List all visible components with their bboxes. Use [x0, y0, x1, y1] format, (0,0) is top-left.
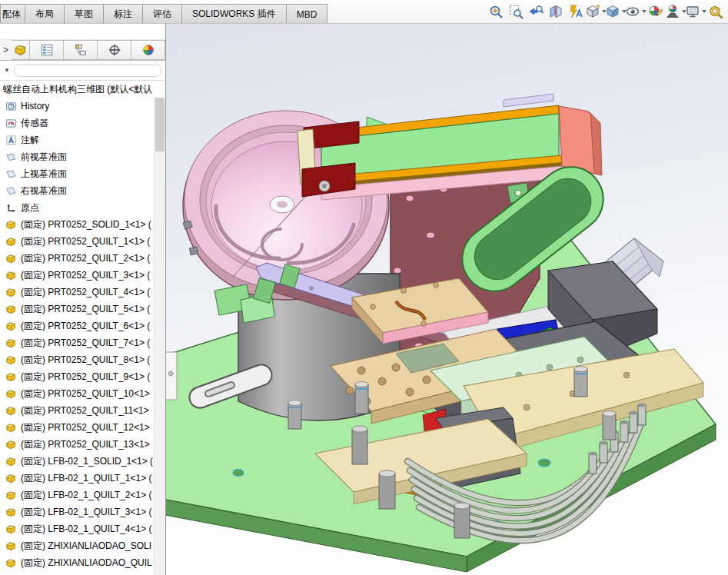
tree-item-label: (固定) LFB-02_1_QUILT_3<1> (: [21, 506, 152, 519]
tree-item-icon: [5, 202, 17, 214]
tree-item[interactable]: (固定) PRT0252_QUILT_7<1> (: [0, 334, 155, 351]
tree-item[interactable]: History: [0, 98, 155, 115]
tree-item[interactable]: (固定) LFB-02_1_QUILT_4<1> (: [0, 520, 155, 537]
tree-item-icon: [5, 354, 17, 366]
tree-item[interactable]: (固定) PRT0252_QUILT_5<1> (: [0, 301, 155, 317]
view-toolbar-button[interactable]: [667, 2, 685, 22]
tree-item-icon: [5, 422, 17, 434]
tree-item-label: (固定) LFB-02_1_QUILT_2<1> (: [21, 489, 152, 502]
tree-item-label: (固定) PRT0252_QUILT_7<1> (: [21, 337, 150, 350]
viewport[interactable]: [165, 23, 728, 575]
view-toolbar-button[interactable]: [507, 2, 525, 22]
tree-item[interactable]: (固定) PRT0252_QUILT_2<1> (: [0, 250, 155, 267]
view-toolbar-button[interactable]: [487, 2, 505, 22]
panel-tabs-overflow[interactable]: >: [0, 40, 12, 60]
ribbon-tab[interactable]: 布局: [25, 4, 65, 23]
panel-tabs: >: [0, 40, 165, 61]
tree-item-icon: [5, 253, 17, 264]
ribbon: 配体 布局 草图 标注 评估 SOLIDWORKS 插件 MBD: [0, 0, 728, 24]
panel-tab[interactable]: [64, 40, 98, 60]
tree-item[interactable]: (固定) PRT0252_QUILT_9<1> (: [0, 368, 155, 385]
filter-box[interactable]: [14, 64, 161, 77]
panel-tab[interactable]: [12, 40, 30, 60]
tree-item-icon: [5, 118, 17, 129]
tree-item[interactable]: (固定) PRT0252_QUILT_8<1> (: [0, 351, 155, 368]
ribbon-tab[interactable]: MBD: [286, 4, 328, 23]
tree-item[interactable]: (固定) PRT0252_QUILT_3<1> (: [0, 267, 155, 284]
edge-bracket[interactable]: [165, 352, 177, 400]
tree-item[interactable]: 注解: [0, 131, 155, 148]
view-toolbar-button[interactable]: [567, 2, 585, 22]
tree-item-icon: [5, 287, 17, 298]
panel-tab[interactable]: [98, 40, 131, 60]
tree-item[interactable]: (固定) PRT0252_QUILT_11<1>: [0, 402, 155, 419]
view-toolbar-button[interactable]: [607, 2, 625, 22]
tree-item[interactable]: (固定) PRT0252_QUILT_4<1> (: [0, 284, 155, 301]
tree-item[interactable]: (固定) LFB-02_1_QUILT_3<1> (: [0, 504, 155, 520]
view-toolbar: [487, 2, 725, 22]
tree-item[interactable]: (固定) PRT0252_QUILT_12<1>: [0, 419, 155, 436]
ribbon-tab[interactable]: 配体: [0, 4, 25, 23]
tree-item[interactable]: (固定) PRT0252_QUILT_13<1>: [0, 436, 155, 453]
tree-item-label: (固定) PRT0252_QUILT_5<1> (: [21, 303, 150, 316]
tree-item[interactable]: (固定) PRT0252_QUILT_6<1> (: [0, 317, 155, 334]
tree-item-icon: [5, 371, 17, 383]
tree-item[interactable]: 传感器: [0, 115, 155, 131]
tree-item[interactable]: (固定) LFB-02_1_SOLID_1<1> (: [0, 453, 155, 470]
panel-filter-row: ▼: [0, 61, 165, 81]
view-toolbar-button[interactable]: [686, 2, 705, 22]
tree-item-label: (固定) PRT0252_QUILT_11<1>: [21, 404, 149, 417]
tree-item-icon: [5, 321, 17, 332]
view-toolbar-button[interactable]: [706, 2, 725, 22]
tree-item-label: 原点: [21, 201, 39, 214]
tree-item[interactable]: (固定) PRT0252_QUILT_1<1> (: [0, 233, 155, 250]
ribbon-tab[interactable]: 评估: [142, 4, 182, 23]
tree-item-icon: [5, 151, 17, 163]
tree-item[interactable]: 右视基准面: [0, 182, 155, 199]
panel-tab[interactable]: [30, 40, 64, 60]
ribbon-tab[interactable]: 标注: [103, 4, 143, 23]
tree-item-icon: [5, 405, 17, 417]
view-toolbar-button[interactable]: [547, 2, 565, 22]
ribbon-tab[interactable]: 草图: [64, 4, 104, 23]
view-toolbar-button[interactable]: [647, 2, 665, 22]
tree-item-label: (固定) PRT0252_SOLID_1<1> (: [21, 218, 151, 231]
tree-wrap: History 传感器 注解: [0, 98, 165, 575]
tree-item-icon: [5, 337, 17, 349]
tree-item-icon: [5, 439, 17, 450]
view-toolbar-button[interactable]: [627, 2, 645, 22]
tree-item-icon: [5, 219, 17, 231]
scrollbar-thumb[interactable]: [155, 98, 165, 151]
tree-item[interactable]: 原点: [0, 199, 155, 216]
view-toolbar-button[interactable]: [587, 2, 605, 22]
feature-panel: > ▼: [0, 23, 166, 575]
ribbon-tabs: 配体 布局 草图 标注 评估 SOLIDWORKS 插件 MBD: [0, 4, 327, 23]
ribbon-tab[interactable]: SOLIDWORKS 插件: [181, 4, 287, 23]
filter-dropdown-icon[interactable]: ▼: [4, 67, 10, 74]
viewport-3d-model[interactable]: [165, 23, 728, 575]
tree-item[interactable]: (固定) PRT0252_SOLID_1<1> (: [0, 216, 155, 233]
tree-item-icon: [5, 473, 17, 484]
tree-item[interactable]: 上视基准面: [0, 165, 155, 182]
tree-scrollbar[interactable]: [154, 98, 165, 575]
tree-item-icon: [5, 523, 17, 535]
panel-tab[interactable]: [131, 40, 165, 60]
tree-item-label: (固定) LFB-02_1_QUILT_4<1> (: [21, 523, 152, 536]
tree-item-label: History: [21, 101, 49, 111]
tree-item[interactable]: (固定) ZHIXIANLIAODAO_SOLI: [0, 537, 155, 554]
tree-item-label: (固定) PRT0252_QUILT_12<1>: [21, 421, 150, 434]
view-toolbar-button[interactable]: [527, 2, 545, 22]
tree-item-icon: [5, 101, 17, 112]
tree-item-label: (固定) PRT0252_QUILT_13<1>: [21, 438, 150, 451]
tree-item[interactable]: (固定) ZHIXIANLIAODAO_QUIL: [0, 554, 155, 571]
tree-item[interactable]: (固定) PRT0252_QUILT_10<1>: [0, 385, 155, 402]
tree-item-label: 注解: [21, 134, 39, 147]
tree-item[interactable]: (固定) LFB-02_1_QUILT_1<1> (: [0, 470, 155, 487]
tree-item-icon: [5, 168, 17, 180]
tree-item-icon: [5, 507, 17, 518]
tree-item-icon: [5, 270, 17, 281]
tree-root[interactable]: 螺丝自动上料机构三维图 (默认<默认: [0, 81, 154, 98]
panel-top-strip: [0, 23, 165, 40]
tree-item[interactable]: 前视基准面: [0, 148, 155, 165]
tree-item[interactable]: (固定) LFB-02_1_QUILT_2<1> (: [0, 487, 155, 504]
